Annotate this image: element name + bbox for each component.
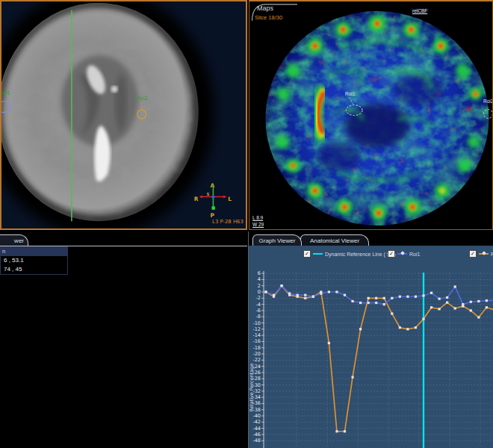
perfusion-map-image[interactable] — [249, 1, 492, 229]
time-intensity-chart[interactable]: 6420-2-4-6-8-10-12-14-16-18-20-22-24-26-… — [249, 246, 493, 448]
info-box-row: 74 , 45 — [1, 265, 67, 274]
series-line-roi1[interactable] — [266, 286, 493, 305]
y-tick-label: -6 — [256, 308, 261, 314]
anatomical-brain-image[interactable]: oi1 Roi2 A P R L S L3 P-28 H63 — [1, 1, 246, 228]
y-tick-label: 4 — [258, 276, 261, 282]
orientation-left: L — [228, 196, 232, 202]
y-tick-label: -4 — [256, 302, 261, 308]
data-point-roi2[interactable] — [415, 326, 417, 329]
data-point-roi1[interactable] — [297, 294, 299, 296]
data-point-roi1[interactable] — [430, 292, 432, 294]
data-point-roi1[interactable] — [470, 301, 472, 303]
anatomical-viewport[interactable]: oi1 Roi2 A P R L S L3 P-28 H63 — [0, 0, 247, 230]
data-point-roi2[interactable] — [383, 297, 385, 299]
orientation-right: R — [194, 196, 199, 202]
data-point-roi1[interactable] — [312, 296, 314, 298]
data-point-roi1[interactable] — [335, 290, 338, 293]
data-point-roi2[interactable] — [344, 430, 346, 432]
data-point-roi1[interactable] — [264, 290, 267, 293]
data-point-roi1[interactable] — [438, 298, 441, 300]
data-point-roi2[interactable] — [391, 312, 393, 314]
y-tick-label: -48 — [252, 438, 261, 444]
compass-center-dot — [211, 195, 214, 198]
data-point-roi1[interactable] — [415, 296, 417, 298]
data-point-roi1[interactable] — [304, 294, 306, 296]
data-point-roi2[interactable] — [422, 318, 424, 320]
data-point-roi1[interactable] — [486, 299, 488, 302]
roi-info-box: n 6 , 53.1 74 , 45 — [0, 246, 68, 275]
y-tick-label: -14 — [252, 332, 261, 338]
data-point-roi1[interactable] — [344, 294, 346, 296]
y-tick-label: -44 — [252, 426, 261, 432]
data-point-roi2[interactable] — [375, 297, 377, 299]
data-point-roi2[interactable] — [359, 328, 362, 330]
map-roi1-label: Roi1 — [345, 91, 355, 96]
y-tick-label: -20 — [252, 351, 261, 357]
y-tick-label: -8 — [256, 314, 261, 320]
data-point-roi1[interactable] — [273, 294, 275, 296]
viewer-tabbar: wer — [0, 231, 247, 246]
slice-position-label: L3 P-28 H63 — [212, 219, 244, 225]
data-point-roi1[interactable] — [320, 292, 322, 294]
orientation-anterior: A — [210, 182, 214, 189]
secondary-viewer-panel: wer n 6 , 53.1 74 , 45 — [0, 231, 247, 448]
maps-viewport[interactable]: Maps Slice 18/30 relCBF L 8.9 W 29 Roi1 … — [249, 0, 493, 230]
slice-indicator: Slice 18/30 — [255, 14, 282, 21]
level-value-label[interactable]: L 8.9 — [252, 215, 263, 220]
data-point-roi2[interactable] — [368, 297, 370, 299]
y-tick-label: 0 — [258, 289, 261, 295]
roi2-label-text: Roi2 — [137, 96, 148, 102]
orientation-posterior: P — [210, 212, 214, 219]
y-tick-label: -16 — [252, 338, 261, 344]
y-tick-label: -40 — [252, 413, 261, 419]
data-point-roi2[interactable] — [304, 297, 306, 299]
data-point-roi1[interactable] — [399, 296, 401, 298]
y-tick-label: 6 — [258, 270, 261, 276]
tab-viewer-partial[interactable]: wer — [0, 234, 28, 246]
roi1-label-text: oi1 — [2, 90, 10, 96]
data-point-roi2[interactable] — [470, 309, 472, 311]
data-point-roi1[interactable] — [375, 302, 377, 304]
data-point-roi1[interactable] — [368, 302, 370, 304]
maps-panel-title: Maps — [257, 4, 273, 12]
data-point-roi1[interactable] — [391, 297, 393, 299]
map-type-label[interactable]: relCBF — [411, 8, 429, 13]
data-point-roi1[interactable] — [454, 285, 456, 287]
data-point-roi1[interactable] — [281, 284, 283, 287]
y-tick-label: -46 — [252, 432, 261, 438]
tab-anatomical-viewer[interactable]: Anatomical Viewer — [300, 234, 369, 246]
data-point-roi1[interactable] — [446, 296, 448, 299]
graph-viewer-panel: Graph Viewer Anatomical Viewer ✓Dynamic … — [248, 231, 493, 448]
data-point-roi2[interactable] — [430, 306, 432, 308]
data-point-roi2[interactable] — [446, 302, 448, 304]
data-point-roi2[interactable] — [486, 306, 488, 308]
y-tick-label: -10 — [252, 320, 261, 326]
y-tick-label: -2 — [256, 295, 261, 301]
y-tick-label: -22 — [252, 357, 261, 363]
data-point-roi1[interactable] — [288, 292, 291, 294]
data-point-roi1[interactable] — [422, 294, 424, 296]
data-point-roi1[interactable] — [351, 300, 353, 302]
data-point-roi1[interactable] — [383, 303, 385, 305]
graph-plot-area[interactable]: ✓Dynamic Reference Line ( 51 )✓Roi1✓Roi2… — [249, 246, 493, 448]
data-point-roi2[interactable] — [406, 328, 409, 330]
info-box-header: n — [1, 247, 67, 256]
data-point-roi1[interactable] — [477, 300, 480, 302]
window-value-label[interactable]: W 29 — [252, 222, 264, 227]
y-tick-label: 2 — [258, 283, 261, 289]
data-point-roi1[interactable] — [462, 303, 464, 305]
data-point-roi1[interactable] — [406, 296, 409, 298]
data-point-roi2[interactable] — [335, 430, 338, 432]
data-point-roi2[interactable] — [328, 342, 330, 344]
map-roi2-label: Roi2 — [483, 99, 493, 104]
orientation-compass: A P R L S — [194, 182, 232, 219]
data-point-roi2[interactable] — [454, 307, 456, 309]
data-point-roi2[interactable] — [438, 308, 441, 310]
data-point-roi2[interactable] — [351, 376, 353, 379]
data-point-roi2[interactable] — [477, 316, 480, 318]
y-tick-label: -42 — [252, 419, 261, 425]
data-point-roi1[interactable] — [359, 302, 362, 304]
data-point-roi1[interactable] — [328, 290, 330, 293]
tab-graph-viewer[interactable]: Graph Viewer — [252, 234, 302, 246]
data-point-roi2[interactable] — [399, 326, 401, 329]
